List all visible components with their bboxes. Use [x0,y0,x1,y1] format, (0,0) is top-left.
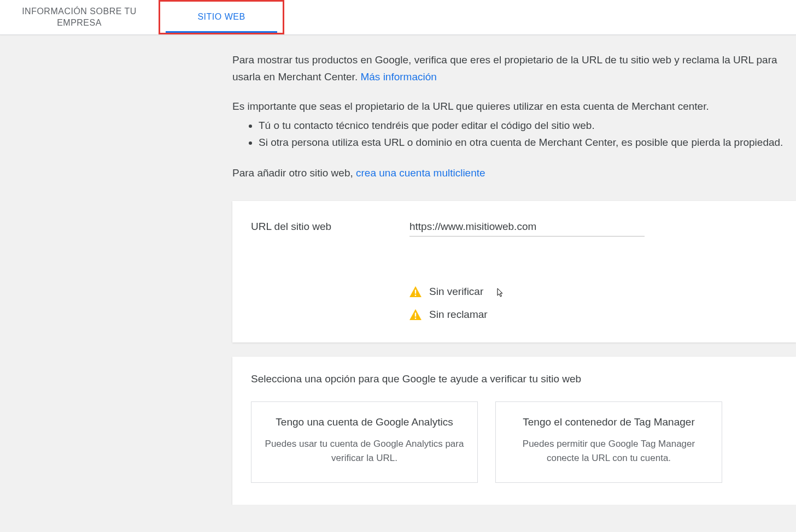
status-unverified-text: Sin verificar [429,286,483,298]
verify-card: Selecciona una opción para que Google te… [232,357,796,505]
main-content: Para mostrar tus productos en Google, ve… [0,35,796,505]
url-card: URL del sitio web Sin verificar Sin recl… [232,201,796,342]
verify-options-row: Tengo una cuenta de Google Analytics Pue… [251,401,777,483]
verify-title: Selecciona una opción para que Google te… [251,373,777,385]
status-unclaimed-row: Sin reclamar [409,309,777,321]
website-url-input[interactable] [409,217,645,237]
svg-rect-4 [415,312,416,316]
svg-rect-5 [415,318,416,319]
status-unverified-row: Sin verificar [409,286,777,298]
url-label: URL del sitio web [251,217,409,233]
svg-rect-1 [415,289,416,293]
url-input-wrap [409,217,645,237]
intro-text-1: Para mostrar tus productos en Google, ve… [232,54,777,82]
status-block: Sin verificar Sin reclamar [409,286,777,321]
requirement-item-2: Si otra persona utiliza esta URL o domin… [259,134,796,151]
option-ga-title: Tengo una cuenta de Google Analytics [265,416,464,428]
option-tm-desc: Puedes permitir que Google Tag Manager c… [509,437,709,466]
svg-rect-2 [415,295,416,296]
warning-icon [409,286,422,297]
add-site-text: Para añadir otro sitio web, [232,167,356,179]
more-info-link[interactable]: Más información [360,71,436,82]
requirements-list: Tú o tu contacto técnico tendréis que po… [232,117,796,151]
tabs-bar: INFORMACIÓN SOBRE TU EMPRESA SITIO WEB [0,0,796,35]
add-site-paragraph: Para añadir otro sitio web, crea una cue… [232,164,796,181]
multiaccount-link[interactable]: crea una cuenta multicliente [356,167,485,179]
intro-paragraph-1: Para mostrar tus productos en Google, ve… [232,51,796,86]
tab-business-info[interactable]: INFORMACIÓN SOBRE TU EMPRESA [0,0,159,34]
status-unclaimed-text: Sin reclamar [429,309,488,321]
intro-paragraph-2: Es importante que seas el propietario de… [232,98,796,115]
requirement-item-1: Tú o tu contacto técnico tendréis que po… [259,117,796,134]
option-tag-manager[interactable]: Tengo el contenedor de Tag Manager Puede… [495,401,722,483]
option-google-analytics[interactable]: Tengo una cuenta de Google Analytics Pue… [251,401,478,483]
option-ga-desc: Puedes usar tu cuenta de Google Analytic… [265,437,464,466]
url-row: URL del sitio web [251,217,777,237]
tab-website[interactable]: SITIO WEB [159,0,284,34]
cursor-icon [497,288,505,300]
warning-icon [409,309,422,320]
option-tm-title: Tengo el contenedor de Tag Manager [509,416,709,428]
